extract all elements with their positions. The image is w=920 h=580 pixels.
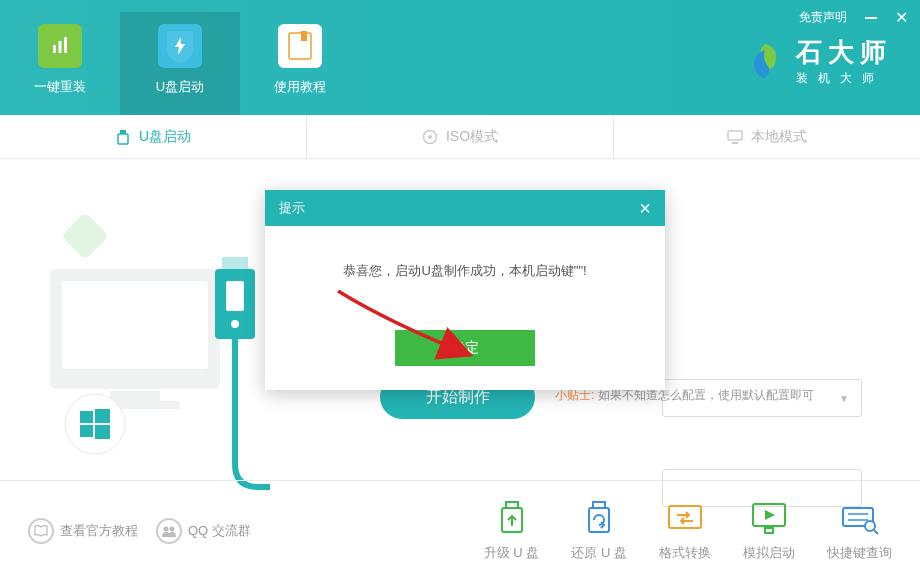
svg-point-25	[164, 526, 169, 531]
sub-tab-label: ISO模式	[446, 128, 498, 146]
brand-subtitle: 装机大师	[796, 70, 892, 87]
svg-point-24	[231, 320, 239, 328]
shield-icon	[158, 24, 202, 68]
brand-title: 石大师	[796, 35, 892, 70]
svg-rect-33	[765, 528, 773, 533]
usb-icon	[115, 129, 131, 145]
action-hotkey-lookup[interactable]: 快捷键查询	[827, 500, 892, 562]
people-icon	[156, 518, 182, 544]
footer-actions: 升级 U 盘 还原 U 盘 格式转换 模拟启动 快捷键查询	[484, 500, 892, 562]
action-simulate-boot[interactable]: 模拟启动	[743, 500, 795, 562]
action-label: 升级 U 盘	[484, 544, 540, 562]
sub-tabs: U盘启动 ISO模式 本地模式	[0, 115, 920, 159]
svg-point-26	[170, 526, 175, 531]
sub-tab-usb-boot[interactable]: U盘启动	[0, 115, 307, 158]
footer-links: 查看官方教程 QQ 交流群	[28, 518, 251, 544]
link-label: QQ 交流群	[188, 522, 251, 540]
svg-rect-18	[95, 409, 110, 423]
tip-content: 如果不知道怎么配置，使用默认配置即可	[598, 388, 814, 402]
disclaimer-link[interactable]: 免责声明	[799, 9, 847, 26]
svg-rect-19	[80, 425, 93, 437]
svg-rect-3	[289, 33, 311, 59]
book-icon	[278, 24, 322, 68]
main-nav: 一键重装 U盘启动 使用教程	[0, 0, 360, 115]
action-upgrade-usb[interactable]: 升级 U 盘	[484, 500, 540, 562]
svg-rect-30	[589, 508, 609, 532]
success-dialog: 提示 × 恭喜您，启动U盘制作成功，本机启动键""! 确定	[265, 190, 665, 390]
svg-rect-23	[226, 281, 244, 311]
close-button[interactable]: ✕	[895, 8, 908, 27]
action-label: 模拟启动	[743, 544, 795, 562]
dialog-header: 提示 ×	[265, 190, 665, 226]
svg-rect-10	[732, 142, 738, 144]
app-header: 免责声明 ✕ 一键重装 U盘启动 使用教程 石大师	[0, 0, 920, 115]
sub-tab-local[interactable]: 本地模式	[614, 115, 920, 158]
sub-tab-iso[interactable]: ISO模式	[307, 115, 614, 158]
bars-icon	[38, 24, 82, 68]
svg-rect-4	[301, 31, 307, 41]
svg-rect-15	[61, 212, 109, 260]
action-format-convert[interactable]: 格式转换	[659, 500, 711, 562]
svg-rect-6	[118, 134, 128, 144]
tip-label: 小贴士:	[555, 388, 594, 402]
window-controls: 免责声明 ✕	[799, 8, 908, 27]
usb-illustration	[40, 209, 270, 489]
footer: 查看官方教程 QQ 交流群 升级 U 盘 还原 U 盘 格式转换 模拟启动	[0, 480, 920, 580]
svg-rect-13	[110, 391, 160, 401]
svg-rect-9	[728, 131, 742, 140]
sub-tab-label: U盘启动	[139, 128, 191, 146]
svg-rect-31	[669, 506, 701, 528]
sub-tab-label: 本地模式	[751, 128, 807, 146]
svg-point-37	[865, 521, 875, 531]
nav-label: U盘启动	[156, 78, 204, 96]
action-label: 快捷键查询	[827, 544, 892, 562]
dialog-close-button[interactable]: ×	[639, 197, 651, 220]
svg-rect-0	[53, 45, 56, 53]
svg-rect-20	[95, 425, 110, 439]
convert-icon	[665, 500, 705, 536]
monitor-icon	[727, 129, 743, 145]
dialog-message: 恭喜您，启动U盘制作成功，本机启动键""!	[265, 226, 665, 310]
nav-label: 一键重装	[34, 78, 86, 96]
action-label: 还原 U 盘	[571, 544, 627, 562]
qq-group-link[interactable]: QQ 交流群	[156, 518, 251, 544]
dialog-ok-button[interactable]: 确定	[395, 330, 535, 366]
svg-line-38	[874, 530, 878, 534]
nav-tab-tutorial[interactable]: 使用教程	[240, 12, 360, 115]
nav-tab-usb-boot[interactable]: U盘启动	[120, 12, 240, 115]
brand-logo-icon	[744, 40, 786, 82]
nav-tab-reinstall[interactable]: 一键重装	[0, 12, 120, 115]
minimize-button[interactable]	[865, 17, 877, 19]
tutorial-link[interactable]: 查看官方教程	[28, 518, 138, 544]
dialog-title: 提示	[279, 199, 305, 217]
svg-point-8	[428, 135, 432, 139]
usb-restore-icon	[579, 500, 619, 536]
svg-rect-12	[62, 281, 208, 369]
svg-rect-22	[222, 257, 248, 269]
monitor-play-icon	[749, 500, 789, 536]
action-label: 格式转换	[659, 544, 711, 562]
usb-up-icon	[492, 500, 532, 536]
svg-point-16	[65, 394, 125, 454]
keyboard-search-icon	[840, 500, 880, 536]
book-open-icon	[28, 518, 54, 544]
brand: 石大师 装机大师	[744, 35, 892, 87]
action-restore-usb[interactable]: 还原 U 盘	[571, 500, 627, 562]
svg-rect-2	[64, 37, 67, 53]
svg-rect-17	[80, 411, 93, 423]
link-label: 查看官方教程	[60, 522, 138, 540]
disc-icon	[422, 129, 438, 145]
svg-rect-1	[59, 41, 62, 53]
nav-label: 使用教程	[274, 78, 326, 96]
